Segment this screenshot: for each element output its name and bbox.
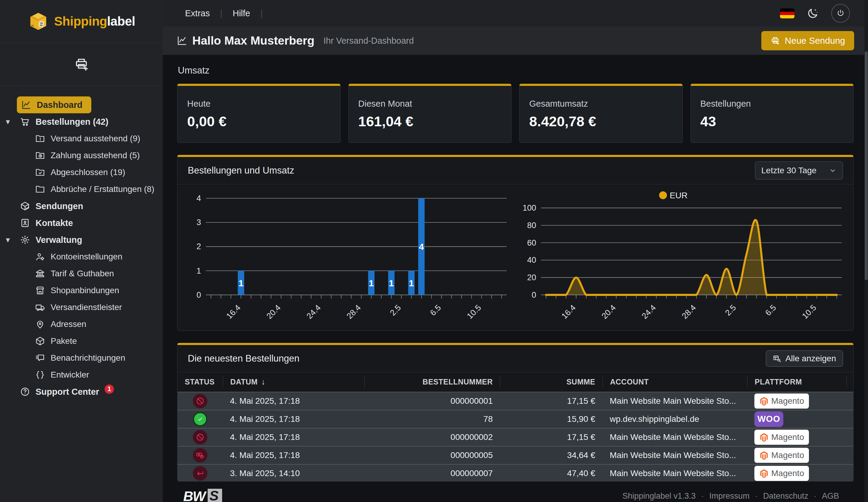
sidebar-item-support-center[interactable]: Support Center1 — [0, 383, 163, 400]
orders-panel-title: Die neuesten Bestellungen — [188, 353, 300, 364]
topbar-link-extras[interactable]: Extras — [185, 9, 210, 18]
sidebar-item-benachrichtigungen[interactable]: Benachrichtigungen — [0, 349, 163, 366]
sidebar-item-versandienstleister[interactable]: Versandienstleister — [0, 299, 163, 316]
bws-logo[interactable]: BWS — [183, 488, 222, 502]
german-flag-icon[interactable] — [780, 9, 794, 18]
pin-icon — [35, 319, 45, 330]
sidebar-item-pakete[interactable]: Pakete — [0, 333, 163, 349]
cell-summe: 47,40 € — [500, 469, 602, 478]
power-icon — [836, 9, 845, 18]
printer-plus-icon[interactable] — [74, 56, 89, 72]
sidebar-item-dashboard[interactable]: Dashboard — [17, 96, 91, 113]
svg-text:0: 0 — [196, 291, 201, 300]
stat-card-label: Gesamtumsatz — [529, 99, 682, 109]
sidebar-item-kontoeinstellungen[interactable]: Kontoeinstellungen — [0, 248, 163, 265]
sidebar-item-versand-ausstehend-9[interactable]: Versand ausstehend (9) — [0, 130, 163, 147]
svg-text:20: 20 — [527, 273, 536, 282]
svg-text:20.4: 20.4 — [600, 303, 617, 321]
magento-logo-icon — [759, 469, 769, 478]
column-header-datum[interactable]: DATUM↓ — [223, 377, 364, 387]
cell-status — [177, 412, 223, 426]
topbar-separator: | — [260, 8, 263, 18]
svg-text:1: 1 — [369, 278, 374, 288]
table-row[interactable]: 4. Mai 2025, 17:1800000000217,15 €Main W… — [177, 428, 854, 446]
footer-right: Shippinglabel v1.3.3 ·Impressum·Datensch… — [622, 491, 839, 501]
shop-icon — [35, 285, 45, 296]
date-range-dropdown[interactable]: Letzte 30 Tage — [755, 161, 843, 180]
caret-down-icon[interactable]: ▾ — [6, 118, 10, 125]
cell-bestellnummer: 000000001 — [364, 396, 500, 406]
sidebar-item-shopanbindungen[interactable]: Shopanbindungen — [0, 282, 163, 299]
sidebar-item-label: Versandienstleister — [51, 303, 122, 312]
footer-link-impressum[interactable]: Impressum — [709, 491, 750, 501]
table-row[interactable]: 4. Mai 2025, 17:1800000000117,15 €Main W… — [177, 392, 854, 410]
sidebar-item-verwaltung[interactable]: ▾Verwaltung — [0, 231, 163, 248]
sidebar-item-label: Adressen — [51, 320, 86, 329]
column-header-account[interactable]: ACCOUNT — [602, 377, 747, 387]
sidebar-item-label: Kontakte — [35, 218, 73, 228]
orders-table: STATUSDATUM↓BESTELLNUMMERSUMMEACCOUNTPLA… — [177, 373, 854, 481]
svg-text:40: 40 — [527, 255, 536, 264]
cell-status — [177, 466, 223, 481]
magento-badge: Magento — [754, 448, 809, 463]
column-header-bestellnummer[interactable]: BESTELLNUMMER — [364, 377, 500, 387]
moon-icon[interactable] — [807, 7, 819, 20]
magento-logo-icon — [759, 450, 769, 460]
orders-panel-head: Die neuesten Bestellungen Alle anzeigen — [177, 345, 853, 373]
table-row[interactable]: 3. Mai 2025, 14:1000000000747,40 €Main W… — [177, 464, 854, 481]
topbar-link-hilfe[interactable]: Hilfe — [233, 9, 250, 18]
sidebar-item-label: Dashboard — [37, 100, 82, 110]
table-row[interactable]: 4. Mai 2025, 17:187815,90 €wp.dev.shippi… — [177, 410, 854, 428]
scrollbar-thumb[interactable] — [865, 51, 868, 280]
chart-line-icon — [21, 100, 31, 110]
page-title: Hallo Max Musterberg — [192, 34, 314, 47]
cell-datum: 4. Mai 2025, 17:18 — [223, 450, 364, 460]
footer-link-agb[interactable]: AGB — [822, 491, 839, 501]
sidebar-item-abbr-che-erstattungen-8[interactable]: Abbrüche / Erstattungen (8) — [0, 181, 163, 198]
footer-link-datenschutz[interactable]: Datenschutz — [763, 491, 808, 501]
column-header-status[interactable]: STATUS — [177, 377, 223, 387]
column-header-summe[interactable]: SUMME — [500, 377, 602, 387]
new-shipment-button[interactable]: Neue Sendung — [761, 31, 854, 50]
sidebar-item-label: Zahlung ausstehend (5) — [51, 151, 140, 160]
sidebar-item-entwickler[interactable]: Entwickler — [0, 366, 163, 383]
svg-text:6.5: 6.5 — [428, 303, 443, 317]
column-header-aktionen[interactable]: AKTIONEN — [847, 377, 854, 387]
date-range-value: Letzte 30 Tage — [761, 166, 816, 175]
sidebar-item-abgeschlossen-19[interactable]: Abgeschlossen (19) — [0, 164, 163, 181]
sidebar-item-sendungen[interactable]: Sendungen — [0, 198, 163, 215]
folder-alert-icon — [35, 134, 45, 144]
cell-plattform: Magento — [747, 430, 847, 445]
cell-account: Main Website Main Website Sto... — [602, 469, 747, 478]
app-logo[interactable]: Shippinglabel — [0, 0, 163, 43]
stat-card-label: Bestellungen — [701, 99, 854, 109]
sidebar-item-zahlung-ausstehend-5[interactable]: Zahlung ausstehend (5) — [0, 147, 163, 164]
svg-text:2.5: 2.5 — [723, 303, 738, 317]
cell-bestellnummer: 000000002 — [364, 432, 500, 442]
view-all-orders-button[interactable]: Alle anzeigen — [766, 351, 843, 367]
logout-button[interactable] — [831, 4, 850, 23]
column-header-plattform[interactable]: PLATTFORM — [747, 377, 847, 387]
revenue-cards: Heute0,00 €Diesen Monat161,04 €Gesamtums… — [177, 84, 854, 143]
caret-down-icon[interactable]: ▾ — [6, 236, 10, 243]
table-row[interactable]: 4. Mai 2025, 17:1800000000534,64 €Main W… — [177, 446, 854, 464]
stat-card-value: 161,04 € — [358, 113, 512, 129]
stat-card-heute: Heute0,00 € — [177, 84, 341, 143]
return-arrow-icon — [196, 469, 205, 478]
sidebar-item-bestellungen-42[interactable]: ▾Bestellungen (42) — [0, 113, 163, 130]
magento-badge: Magento — [754, 430, 809, 445]
sidebar-item-tarif-guthaben[interactable]: Tarif & Guthaben — [0, 265, 163, 282]
sidebar-item-adressen[interactable]: Adressen — [0, 316, 163, 333]
cell-datum: 4. Mai 2025, 17:18 — [223, 414, 364, 424]
revenue-line-chart: 02040608010016.420.424.428.42.56.510.5EU… — [517, 189, 849, 329]
svg-text:10.5: 10.5 — [800, 303, 818, 321]
stat-card-value: 0,00 € — [187, 113, 340, 129]
quick-print-area — [0, 43, 163, 86]
sidebar-item-label: Tarif & Guthaben — [51, 269, 114, 279]
ban-icon — [196, 433, 205, 442]
printer-plus-icon — [770, 36, 780, 45]
footer: BWS Shippinglabel v1.3.3 ·Impressum·Date… — [177, 481, 854, 502]
svg-text:1: 1 — [409, 278, 414, 288]
box-icon — [35, 336, 45, 346]
sidebar-item-kontakte[interactable]: Kontakte — [0, 215, 163, 231]
